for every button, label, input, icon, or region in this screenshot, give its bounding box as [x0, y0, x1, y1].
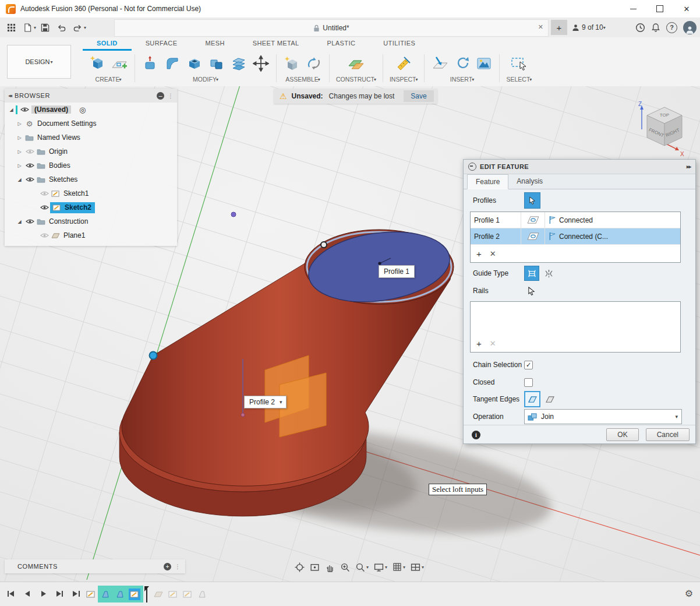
orbit-button[interactable]	[295, 562, 305, 572]
browser-item-label[interactable]: Bodies	[49, 161, 70, 170]
expand-open-icon[interactable]: ◢	[15, 177, 24, 182]
group-modify-label[interactable]: MODIFY▾	[193, 76, 218, 83]
timeline-feature-loft2[interactable]	[114, 589, 126, 600]
tab-solid[interactable]: SOLID	[83, 37, 132, 51]
notifications-bell-icon[interactable]	[651, 23, 660, 32]
browser-item-label[interactable]: Sketch2	[65, 203, 91, 212]
visibility-eye-icon[interactable]	[24, 219, 36, 224]
grid-layout-button[interactable]: ▾	[393, 562, 405, 572]
group-create-label[interactable]: CREATE▾	[96, 76, 122, 83]
origin-point[interactable]	[231, 212, 236, 217]
rim-vertex-point[interactable]	[321, 242, 327, 248]
group-construct-label[interactable]: CONSTRUCT▾	[336, 76, 376, 83]
guide-type-rails-button[interactable]	[524, 266, 539, 281]
browser-item-sketch1[interactable]: Sketch1	[5, 186, 177, 200]
joint-icon[interactable]	[305, 55, 323, 72]
tab-surface[interactable]: SURFACE	[132, 37, 192, 51]
expand-closed-icon[interactable]: ▷	[15, 121, 24, 126]
zoom-window-button[interactable]	[340, 562, 350, 572]
ok-button[interactable]: OK	[606, 428, 638, 441]
selected-edge-point[interactable]	[150, 352, 157, 360]
timeline-feature-sketch1[interactable]	[85, 589, 97, 600]
visibility-eye-off-icon[interactable]	[38, 191, 50, 196]
timeline-feature-loft3[interactable]	[196, 589, 208, 600]
browser-item-label[interactable]: Sketch1	[63, 189, 89, 198]
expand-open-icon[interactable]: ◢	[7, 107, 16, 112]
comments-grip-icon[interactable]: ⋮	[175, 563, 181, 570]
add-comment-button[interactable]: +	[164, 563, 171, 570]
visibility-eye-icon[interactable]	[24, 177, 36, 182]
group-inspect-label[interactable]: INSPECT▾	[390, 76, 418, 83]
maximize-button[interactable]	[646, 0, 673, 17]
browser-item-named-views[interactable]: ▷ Named Views	[5, 131, 177, 145]
timeline-feature-sketch2-editing[interactable]	[129, 589, 140, 600]
browser-grip-icon[interactable]: ⋮	[168, 93, 174, 99]
extension-clock-icon[interactable]	[635, 23, 645, 33]
group-assemble-label[interactable]: ASSEMBLE▾	[285, 76, 320, 83]
tangent-edges-on-button[interactable]	[524, 391, 540, 407]
add-rail-button[interactable]: +	[476, 339, 482, 348]
redo-caret-icon[interactable]: ▾	[84, 25, 86, 30]
profiles-select-button[interactable]	[524, 192, 540, 209]
browser-item-origin[interactable]: ▷ Origin	[5, 145, 177, 158]
zoom-button[interactable]: ▾	[355, 562, 369, 572]
zoom-caret-icon[interactable]: ▾	[366, 565, 369, 570]
visibility-eye-off-icon[interactable]	[24, 149, 36, 154]
browser-item-label[interactable]: (Unsaved)	[31, 105, 71, 114]
operation-dropdown[interactable]: Join ▾	[524, 409, 682, 424]
profile1-center-point[interactable]	[378, 262, 381, 265]
profile2-plane-b[interactable]	[280, 373, 326, 437]
create-sketch-icon[interactable]	[111, 55, 128, 72]
sketch2-endpoint[interactable]	[241, 413, 245, 417]
rails-cursor-icon[interactable]	[528, 287, 535, 295]
file-menu-caret-icon[interactable]: ▾	[34, 25, 36, 30]
undo-button[interactable]	[54, 20, 69, 35]
comments-bar[interactable]: COMMENTS + ⋮	[5, 559, 185, 573]
browser-item-root[interactable]: ◢ (Unsaved) ◎	[5, 103, 177, 117]
browser-item-bodies[interactable]: ▷ Bodies	[5, 158, 177, 172]
browser-item-label[interactable]: Sketches	[49, 175, 77, 184]
dialog-tab-feature[interactable]: Feature	[467, 174, 508, 189]
move-copy-icon[interactable]	[252, 55, 270, 72]
shell-icon[interactable]	[186, 55, 203, 72]
user-avatar[interactable]	[683, 21, 697, 34]
measure-icon[interactable]	[395, 55, 412, 72]
browser-item-plane1[interactable]: Plane1	[5, 228, 177, 242]
browser-item-document-settings[interactable]: ▷ ⚙ Document Settings	[5, 117, 177, 131]
document-tab[interactable]: Untitled* ✕	[114, 19, 549, 37]
record-target-icon[interactable]: ◎	[79, 105, 86, 114]
chain-selection-checkbox-checked[interactable]: ✓	[524, 361, 533, 369]
display-settings-button[interactable]: ▾	[374, 562, 387, 572]
profile2-dropdown[interactable]: Profile 2 ▾	[244, 396, 287, 408]
timeline-feature-sketch3[interactable]	[167, 589, 179, 600]
file-menu-button[interactable]	[20, 20, 35, 35]
help-button[interactable]: ?	[666, 22, 677, 33]
viewcube[interactable]: TOP FRONT RIGHT Z X	[632, 99, 691, 157]
tab-sheet-metal[interactable]: SHEET METAL	[239, 37, 313, 51]
save-action-button[interactable]: Save	[404, 90, 433, 102]
save-button[interactable]	[37, 20, 52, 35]
guide-type-centerline-button[interactable]	[542, 266, 556, 280]
insert-svg-icon[interactable]	[431, 55, 448, 72]
workspace-switcher[interactable]: DESIGN ▾	[7, 45, 71, 79]
browser-item-construction[interactable]: ◢ Construction	[5, 214, 177, 228]
step-back-button[interactable]	[21, 587, 34, 601]
press-pull-icon[interactable]	[142, 55, 159, 72]
browser-item-sketch2-selected[interactable]: Sketch2	[5, 200, 177, 214]
browser-minimize-button[interactable]: –	[157, 92, 164, 100]
play-button[interactable]	[37, 587, 50, 601]
group-select-label[interactable]: SELECT▾	[506, 76, 532, 83]
visibility-eye-off-icon[interactable]	[38, 232, 50, 238]
minimize-button[interactable]	[620, 0, 646, 17]
job-status[interactable]: 9 of 10 ▾	[572, 17, 606, 37]
tab-mesh[interactable]: MESH	[191, 37, 238, 51]
new-document-tab-button[interactable]: +	[551, 20, 567, 35]
combine-icon[interactable]	[208, 55, 225, 72]
remove-profile-button[interactable]: ✕	[490, 249, 496, 258]
tangent-edges-off-button[interactable]	[543, 392, 557, 406]
group-insert-label[interactable]: INSERT▾	[450, 76, 474, 83]
split-body-icon[interactable]	[230, 55, 248, 72]
browser-header[interactable]: ◂◂ BROWSER – ⋮	[5, 89, 177, 103]
profile1-label[interactable]: Profile 1	[379, 265, 415, 278]
add-profile-button[interactable]: +	[476, 249, 482, 259]
